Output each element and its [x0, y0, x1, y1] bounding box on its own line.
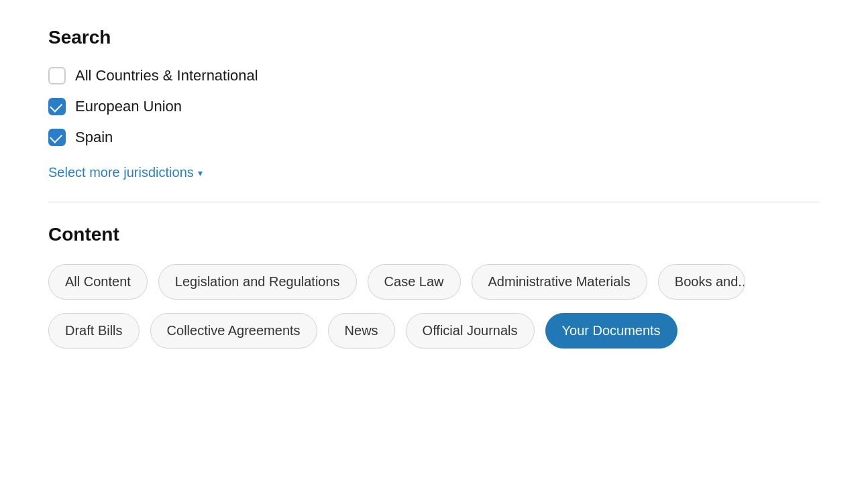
content-title: Content	[48, 224, 820, 245]
collective-agreements-label: Collective Agreements	[167, 323, 301, 338]
books-and-pill[interactable]: Books and...	[658, 264, 745, 300]
chevron-down-icon: ▾	[198, 168, 203, 178]
your-documents-pill[interactable]: Your Documents	[545, 313, 677, 349]
european-union-label: European Union	[75, 98, 182, 115]
all-content-label: All Content	[65, 274, 131, 290]
administrative-materials-pill[interactable]: Administrative Materials	[472, 264, 647, 300]
collective-agreements-pill[interactable]: Collective Agreements	[150, 313, 317, 349]
books-and-label: Books and...	[675, 274, 745, 290]
search-title: Search	[48, 27, 820, 48]
your-documents-label: Your Documents	[562, 323, 661, 338]
official-journals-label: Official Journals	[423, 323, 518, 338]
legislation-regulations-label: Legislation and Regulations	[175, 274, 340, 290]
spain-label: Spain	[75, 129, 113, 146]
select-jurisdictions-label: Select more jurisdictions	[48, 165, 194, 180]
case-law-pill[interactable]: Case Law	[368, 264, 461, 300]
search-section: Search All Countries & International Eur…	[48, 27, 820, 180]
administrative-materials-label: Administrative Materials	[488, 274, 631, 290]
official-journals-pill[interactable]: Official Journals	[406, 313, 535, 349]
draft-bills-label: Draft Bills	[65, 323, 123, 338]
european-union-checkbox[interactable]	[48, 98, 66, 115]
all-countries-checkbox[interactable]	[48, 67, 66, 84]
news-pill[interactable]: News	[328, 313, 395, 349]
news-label: News	[345, 323, 378, 338]
select-jurisdictions-link[interactable]: Select more jurisdictions ▾	[48, 165, 203, 180]
all-countries-row: All Countries & International	[48, 67, 820, 84]
draft-bills-pill[interactable]: Draft Bills	[48, 313, 140, 349]
all-content-pill[interactable]: All Content	[48, 264, 148, 300]
content-section: Content All Content Legislation and Regu…	[48, 224, 820, 349]
spain-row: Spain	[48, 129, 820, 146]
content-pills-row-1: All Content Legislation and Regulations …	[48, 264, 820, 300]
all-countries-label: All Countries & International	[75, 67, 258, 84]
spain-checkbox[interactable]	[48, 129, 66, 146]
legislation-regulations-pill[interactable]: Legislation and Regulations	[158, 264, 357, 300]
content-pills-row-2: Draft Bills Collective Agreements News O…	[48, 313, 820, 349]
section-divider	[48, 202, 820, 202]
case-law-label: Case Law	[384, 274, 444, 290]
european-union-row: European Union	[48, 98, 820, 115]
